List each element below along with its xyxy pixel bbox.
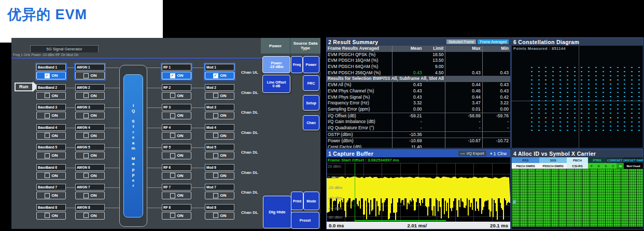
baseband-block[interactable]: BaseBand 2ON: [36, 84, 66, 100]
rf-block[interactable]: RF 6ON: [162, 164, 191, 180]
baseband-on-toggle[interactable]: ON: [36, 92, 66, 100]
rf-block[interactable]: RF 2ON: [162, 84, 191, 100]
power-level-button[interactable]: Power -10 dBm: [262, 56, 290, 73]
rf-on-toggle[interactable]: ON: [162, 152, 191, 159]
awgn-block[interactable]: AWGN 8ON: [75, 204, 105, 220]
rf-block[interactable]: RF 1✓ON: [162, 64, 191, 79]
mod-block[interactable]: Mod 1✓ON: [205, 64, 234, 79]
baseband-on-toggle[interactable]: ON: [36, 172, 66, 180]
constellation-point: [610, 88, 611, 89]
baseband-block[interactable]: BaseBand 7ON: [36, 184, 66, 199]
checkbox-icon: [170, 113, 175, 118]
awgn-on-toggle[interactable]: ON: [75, 152, 105, 159]
rf-block[interactable]: RF 8ON: [162, 204, 191, 220]
print-button[interactable]: Print: [291, 192, 303, 210]
result-summary-pane: 2 Result Summary Selected Frame Frame Av…: [326, 37, 511, 148]
mod-on-toggle[interactable]: ✓ON: [205, 72, 234, 79]
mod-on-toggle[interactable]: ON: [205, 112, 234, 119]
table-header-row: Frame Results AveragedMeanLimitMaxMin: [327, 46, 510, 52]
run-arrow[interactable]: Run: [15, 81, 38, 92]
table-row: EVM PDSCH 16QAM (%)13.50: [327, 58, 510, 64]
rf-on-toggle[interactable]: ON: [162, 92, 191, 100]
rf-on-toggle[interactable]: ON: [162, 192, 191, 199]
mod-on-toggle[interactable]: ON: [205, 132, 234, 140]
constellation-point: [545, 71, 547, 72]
baseband-block[interactable]: BaseBand 4ON: [36, 124, 66, 140]
baseband-block[interactable]: BaseBand 6ON: [36, 164, 66, 180]
baseband-block[interactable]: BaseBand 1✓ON: [36, 64, 66, 79]
baseband-on-toggle[interactable]: ✓ON: [36, 72, 66, 79]
mod-on-toggle[interactable]: ON: [205, 92, 234, 100]
mod-on-toggle[interactable]: ON: [205, 212, 234, 220]
rf-on-toggle[interactable]: ON: [162, 212, 191, 220]
rf-on-toggle[interactable]: ON: [162, 172, 191, 180]
rf-block[interactable]: RF 7ON: [162, 184, 191, 199]
on-label: ON: [177, 173, 184, 178]
iq-export-button[interactable]: ⊶ I/Q Export: [458, 151, 486, 156]
selected-frame-tab[interactable]: Selected Frame: [446, 39, 476, 44]
trace-1-clrw-chip[interactable]: ● 1 Clrw: [488, 151, 509, 157]
awgn-block[interactable]: AWGN 4ON: [75, 124, 105, 140]
preset-button[interactable]: Preset: [291, 212, 319, 229]
awgn-block[interactable]: AWGN 2ON: [75, 84, 105, 100]
awgn-block[interactable]: AWGN 1ON: [75, 64, 105, 79]
mod-on-toggle[interactable]: ON: [205, 192, 234, 199]
baseband-block[interactable]: BaseBand 3ON: [36, 104, 66, 119]
awgn-block[interactable]: AWGN 3ON: [75, 104, 105, 119]
table-cell: EVM PDSCH 16QAM (%): [327, 58, 393, 64]
rf-block[interactable]: RF 3ON: [162, 104, 191, 119]
awgn-on-toggle[interactable]: ON: [75, 72, 105, 79]
mod-block[interactable]: Mod 6ON: [205, 164, 234, 180]
table-cell: 18.50: [424, 52, 446, 58]
baseband-block[interactable]: BaseBand 8ON: [36, 204, 66, 220]
mod-on-toggle[interactable]: ON: [205, 152, 234, 159]
mode-button[interactable]: Mode: [303, 192, 319, 210]
baseband-on-toggle[interactable]: ON: [36, 152, 66, 159]
rf-on-toggle[interactable]: ✓ON: [162, 72, 191, 79]
constellation-point: [603, 88, 604, 89]
baseband-block[interactable]: BaseBand 5ON: [36, 144, 66, 159]
awgn-block[interactable]: AWGN 6ON: [75, 164, 105, 180]
mod-on-toggle[interactable]: ON: [205, 172, 234, 180]
frame-start-marker[interactable]: [355, 163, 355, 222]
constellation-point: [588, 84, 590, 85]
iq-stream-mapper-block[interactable]: IQStreamMapper: [123, 74, 143, 218]
frc-button[interactable]: FRC: [303, 75, 319, 91]
rf-on-toggle[interactable]: ON: [162, 112, 191, 119]
baseband-on-toggle[interactable]: ON: [36, 132, 66, 140]
awgn-on-toggle[interactable]: ON: [75, 92, 105, 100]
mod-block[interactable]: Mod 3ON: [205, 104, 234, 119]
constellation-point: [603, 92, 604, 93]
mod-block[interactable]: Mod 7ON: [205, 184, 234, 199]
line-offset-button[interactable]: Line Offset 0 dB: [262, 75, 290, 93]
generator-tab[interactable]: 5G Signal Generator: [30, 45, 99, 52]
rf-block[interactable]: RF 5ON: [162, 144, 191, 159]
awgn-on-toggle[interactable]: ON: [75, 212, 105, 220]
mod-block[interactable]: Mod 5ON: [205, 144, 234, 159]
baseband-on-toggle[interactable]: ON: [36, 192, 66, 199]
awgn-block[interactable]: AWGN 7ON: [75, 184, 105, 199]
dlg-hide-button[interactable]: Dlg Hide: [263, 196, 291, 228]
chan-button[interactable]: Chan: [303, 115, 319, 130]
rf-block[interactable]: RF 4ON: [162, 124, 191, 140]
table-cell: [424, 100, 446, 106]
awgn-on-toggle[interactable]: ON: [75, 132, 105, 140]
baseband-on-toggle[interactable]: ON: [36, 112, 66, 119]
baseband-on-toggle[interactable]: ON: [36, 212, 66, 220]
section-label: Results for Selection BWP/SS All, Subfra…: [327, 76, 444, 82]
awgn-on-toggle[interactable]: ON: [75, 112, 105, 119]
setup-button[interactable]: Setup: [303, 95, 319, 111]
mod-block[interactable]: Mod 4ON: [205, 124, 234, 140]
freq-button[interactable]: Freq: [291, 56, 303, 73]
awgn-on-toggle[interactable]: ON: [75, 192, 105, 199]
rf-on-toggle[interactable]: ON: [162, 132, 191, 140]
frame-averaged-tab[interactable]: Frame Averaged: [478, 39, 509, 44]
mod-block[interactable]: Mod 2ON: [205, 84, 234, 100]
mod-block[interactable]: Mod 8ON: [205, 204, 234, 220]
awgn-on-toggle[interactable]: ON: [75, 172, 105, 180]
power-button[interactable]: Power: [303, 56, 319, 73]
constellation-point: [559, 121, 561, 123]
chan-direction-label: Chan DL: [241, 210, 258, 215]
awgn-block[interactable]: AWGN 5ON: [75, 144, 105, 159]
table-cell: 0.43: [393, 70, 424, 76]
